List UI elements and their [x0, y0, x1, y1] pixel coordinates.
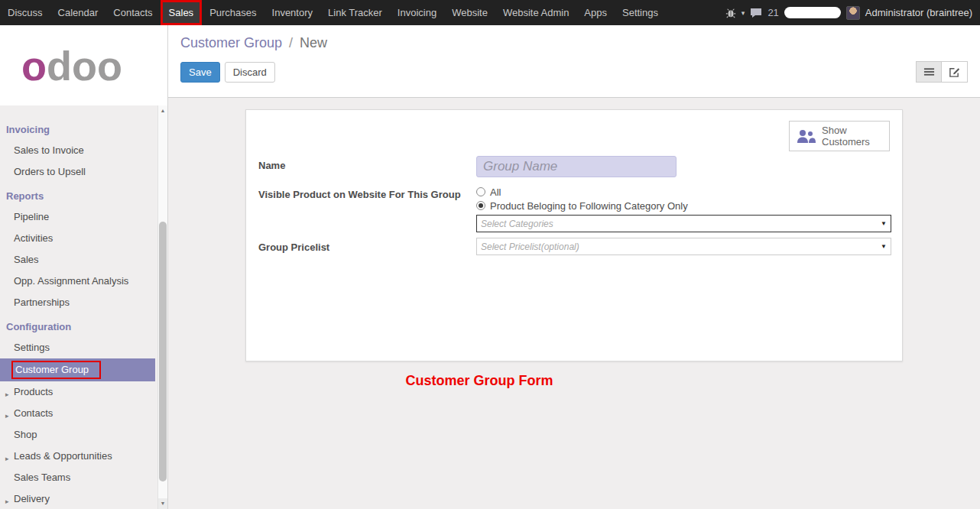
pricelist-field-label: Group Pricelist [258, 238, 476, 255]
scrollbar-thumb[interactable] [159, 222, 167, 481]
odoo-logo: odoo [21, 45, 122, 86]
topbar: Discuss Calendar Contacts Sales Purchase… [0, 0, 980, 25]
messages-count: 21 [767, 7, 778, 18]
sidebar-item-pipeline[interactable]: Pipeline [0, 206, 167, 228]
show-customers-label: Show Customers [822, 125, 883, 148]
topbar-item-settings[interactable]: Settings [615, 0, 666, 25]
topbar-item-apps[interactable]: Apps [576, 0, 615, 25]
sidebar-item-label: Contacts [14, 407, 53, 419]
categories-placeholder: Select Categories [481, 219, 553, 229]
form-view-button[interactable] [942, 61, 968, 83]
breadcrumb-separator: / [289, 35, 293, 50]
form-sheet: Show Customers Name Visible Product on W… [245, 109, 903, 361]
sidebar-menu: Invoicing Sales to Invoice Orders to Ups… [0, 105, 167, 509]
sidebar-item-sales-to-invoice[interactable]: Sales to Invoice [0, 140, 167, 161]
radio-option-all[interactable]: All [476, 185, 890, 199]
user-avatar[interactable] [846, 6, 860, 20]
sidebar-item-sales[interactable]: Sales [0, 249, 167, 271]
content-body: Show Customers Name Visible Product on W… [168, 98, 980, 509]
sidebar-item-label: Delivery [14, 493, 50, 504]
topbar-item-website-admin[interactable]: Website Admin [495, 0, 576, 25]
topbar-right: ▾ 21 Administrator (braintree) [725, 0, 980, 25]
view-switcher [916, 61, 968, 83]
visibility-field-label: Visible Product on Website For This Grou… [258, 185, 476, 232]
sidebar-item-activities[interactable]: Activities [0, 228, 167, 249]
radio-option-category[interactable]: Product Beloging to Following Category O… [476, 199, 890, 212]
sidebar-item-customer-group[interactable]: Customer Group [0, 358, 155, 381]
topbar-item-link-tracker[interactable]: Link Tracker [320, 0, 390, 25]
sidebar-item-contacts[interactable]: ▸Contacts [0, 403, 167, 424]
sidebar-item-opp-assignment-analysis[interactable]: Opp. Assignment Analysis [0, 271, 167, 292]
user-menu[interactable]: Administrator (braintree) [865, 7, 972, 18]
sidebar-item-delivery[interactable]: ▸Delivery [0, 488, 167, 509]
sidebar-item-settings[interactable]: Settings [0, 337, 167, 358]
save-button[interactable]: Save [180, 62, 220, 83]
people-icon [796, 128, 816, 144]
topbar-item-discuss[interactable]: Discuss [0, 0, 50, 25]
caret-down-icon[interactable]: ▾ [741, 9, 745, 17]
topbar-item-inventory[interactable]: Inventory [264, 0, 320, 25]
breadcrumb: Customer Group / New [180, 35, 968, 51]
topbar-item-calendar[interactable]: Calendar [50, 0, 106, 25]
sidebar-item-shop[interactable]: Shop [0, 424, 167, 446]
topbar-pill-widget[interactable] [784, 7, 841, 18]
topbar-item-sales[interactable]: Sales [161, 0, 203, 25]
sidebar-section-invoicing: Invoicing [0, 119, 167, 140]
categories-select[interactable]: Select Categories ▼ [476, 215, 891, 232]
topbar-item-website[interactable]: Website [444, 0, 495, 25]
sidebar-item-partnerships[interactable]: Partnerships [0, 292, 167, 313]
breadcrumb-customer-group[interactable]: Customer Group [180, 35, 282, 50]
chat-icon[interactable] [750, 8, 762, 18]
content: Customer Group / New Save Discard [168, 25, 980, 509]
expand-arrow-icon: ▸ [5, 410, 9, 422]
group-name-input[interactable] [476, 156, 677, 177]
dropdown-caret-icon: ▼ [881, 220, 887, 227]
topbar-item-contacts[interactable]: Contacts [105, 0, 160, 25]
main-area: odoo Invoicing Sales to Invoice Orders t… [0, 25, 980, 509]
dropdown-caret-icon: ▼ [881, 243, 887, 250]
sidebar-item-label: Leads & Opportunities [14, 450, 112, 462]
list-view-button[interactable] [916, 61, 942, 83]
radio-unselected-icon[interactable] [476, 187, 485, 196]
sidebar-section-reports: Reports [0, 186, 167, 206]
expand-arrow-icon: ▸ [5, 388, 9, 400]
topbar-item-purchases[interactable]: Purchases [202, 0, 264, 25]
annotation-box: Customer Group [11, 361, 101, 379]
radio-all-label: All [490, 186, 501, 198]
sidebar-item-leads-opportunities[interactable]: ▸Leads & Opportunities [0, 446, 167, 467]
sidebar-scrollbar[interactable]: ▲ ▼ [157, 105, 167, 509]
topbar-menu: Discuss Calendar Contacts Sales Purchase… [0, 0, 666, 25]
sidebar-item-products[interactable]: ▸Products [0, 381, 167, 403]
logo-letters: doo [47, 43, 122, 89]
radio-selected-icon[interactable] [476, 201, 485, 210]
annotation-caption: Customer Group Form [405, 373, 553, 389]
expand-arrow-icon: ▸ [5, 495, 9, 507]
breadcrumb-current: New [300, 35, 327, 50]
app-window: Discuss Calendar Contacts Sales Purchase… [0, 0, 980, 509]
sidebar-item-label: Products [14, 386, 53, 397]
topbar-item-invoicing[interactable]: Invoicing [390, 0, 444, 25]
sidebar: odoo Invoicing Sales to Invoice Orders t… [0, 25, 168, 509]
pricelist-placeholder: Select Pricelist(optional) [481, 242, 579, 252]
radio-category-label: Product Beloging to Following Category O… [490, 200, 688, 212]
sidebar-item-sales-teams[interactable]: Sales Teams [0, 467, 167, 488]
sidebar-item-orders-to-upsell[interactable]: Orders to Upsell [0, 161, 167, 183]
list-view-icon [923, 67, 935, 76]
discard-button[interactable]: Discard [225, 62, 275, 83]
scroll-up-arrow[interactable]: ▲ [158, 105, 167, 116]
expand-arrow-icon: ▸ [5, 452, 9, 465]
logo-area: odoo [0, 25, 167, 105]
show-customers-button[interactable]: Show Customers [789, 121, 890, 151]
name-field-label: Name [258, 156, 476, 177]
control-panel: Customer Group / New Save Discard [168, 25, 980, 98]
form-edit-icon [949, 66, 960, 78]
sidebar-section-configuration: Configuration [0, 316, 167, 337]
logo-letter-accent: o [21, 43, 47, 89]
scroll-down-arrow[interactable]: ▼ [158, 498, 167, 509]
bug-icon[interactable] [725, 8, 736, 18]
pricelist-select[interactable]: Select Pricelist(optional) ▼ [476, 238, 891, 255]
